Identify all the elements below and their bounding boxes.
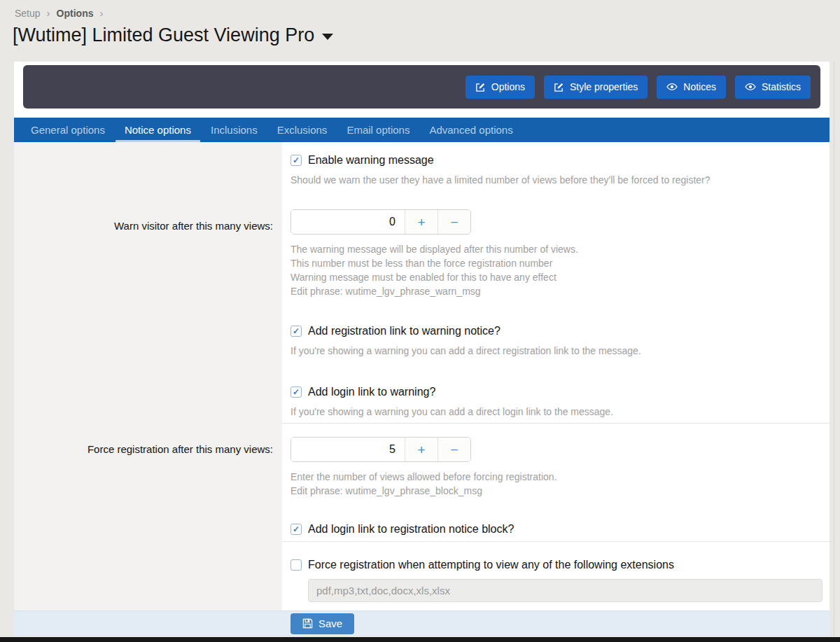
notices-button[interactable]: Notices xyxy=(657,76,726,99)
tab-exclusions[interactable]: Exclusions xyxy=(267,118,337,142)
add-login-link-label[interactable]: Add login link to warning? xyxy=(308,386,435,398)
row-content-cell: + − Enter the number of views allowed be… xyxy=(282,423,830,541)
force-views-increment-button[interactable]: + xyxy=(405,438,438,461)
check-icon: ✓ xyxy=(293,327,300,335)
title-dropdown-caret-icon[interactable] xyxy=(322,34,333,40)
add-login-block-field: ✓ Add login link to registration notice … xyxy=(290,523,816,536)
add-login-link-hint: If you're showing a warning you can add … xyxy=(290,405,816,419)
hint-line: Warning message must be enabled for this… xyxy=(290,270,816,284)
tab-label: General options xyxy=(31,124,105,136)
statistics-button-label: Statistics xyxy=(762,81,801,92)
options-button-label: Options xyxy=(491,81,525,92)
options-button[interactable]: Options xyxy=(465,76,535,99)
form-row-force-registration: Force registration after this many views… xyxy=(14,423,830,541)
style-properties-button-label: Style properties xyxy=(570,81,638,92)
enable-warning-field: ✓ Enable warning message xyxy=(290,154,816,167)
edit-icon xyxy=(554,82,564,92)
breadcrumb-setup[interactable]: Setup xyxy=(15,8,41,19)
extensions-input[interactable] xyxy=(308,579,822,602)
page-title-text: [Wutime] Limited Guest Viewing Pro xyxy=(13,25,314,46)
add-login-link-field: ✓ Add login link to warning? xyxy=(290,386,816,398)
add-registration-link-label[interactable]: Add registration link to warning notice? xyxy=(308,325,500,337)
force-views-decrement-button[interactable]: − xyxy=(438,438,470,461)
hint-line: This number must be less than the force … xyxy=(290,256,816,270)
force-views-input[interactable] xyxy=(291,438,405,461)
hint-line: Edit phrase: wutime_lgv_phrase_block_msg xyxy=(290,484,816,498)
breadcrumb: Setup › Options › xyxy=(15,7,103,19)
options-panel: Options Style properties Notices Statist… xyxy=(14,62,830,636)
tab-notice-options[interactable]: Notice options xyxy=(115,118,201,142)
add-registration-link-checkbox[interactable]: ✓ xyxy=(290,326,302,337)
check-icon: ✓ xyxy=(293,525,300,533)
warn-views-decrement-button[interactable]: − xyxy=(438,210,470,234)
add-login-link-checkbox[interactable]: ✓ xyxy=(290,386,302,398)
notice-options-form: Warn visitor after this many views: ✓ En… xyxy=(14,142,830,610)
warn-views-input[interactable] xyxy=(291,210,405,234)
row-label-cell: Force registration after this many views… xyxy=(14,423,282,541)
add-login-block-label[interactable]: Add login link to registration notice bl… xyxy=(308,523,514,536)
form-row-force-extensions: ✓ Force registration when attempting to … xyxy=(14,541,830,610)
tab-label: Advanced options xyxy=(429,124,512,136)
force-extensions-field: ✓ Force registration when attempting to … xyxy=(290,559,822,571)
style-properties-button[interactable]: Style properties xyxy=(544,76,648,99)
check-icon: ✓ xyxy=(293,156,300,165)
add-registration-link-field: ✓ Add registration link to warning notic… xyxy=(290,325,816,337)
warn-views-hints: The warning message will be displayed af… xyxy=(290,242,816,298)
tab-advanced-options[interactable]: Advanced options xyxy=(419,118,522,142)
warn-views-increment-button[interactable]: + xyxy=(405,210,438,234)
enable-warning-label[interactable]: Enable warning message xyxy=(308,154,434,167)
breadcrumb-options[interactable]: Options xyxy=(57,8,94,19)
save-button[interactable]: Save xyxy=(290,613,354,634)
save-icon xyxy=(302,618,313,629)
tab-label: Inclusions xyxy=(211,124,258,136)
force-extensions-label[interactable]: Force registration when attempting to vi… xyxy=(308,559,674,571)
edit-icon xyxy=(475,82,486,92)
force-views-hints: Enter the number of views allowed before… xyxy=(290,470,816,498)
hint-line: Edit phrase: wutime_lgv_phrase_warn_msg xyxy=(290,284,816,298)
tab-label: Email options xyxy=(346,124,410,136)
enable-warning-hint: Should we warn the user they have a limi… xyxy=(290,173,816,187)
scrollbar[interactable] xyxy=(834,62,834,636)
breadcrumb-separator-icon: › xyxy=(47,7,50,19)
tab-label: Exclusions xyxy=(277,124,328,136)
warn-views-stepper: + − xyxy=(290,209,471,235)
enable-warning-checkbox[interactable]: ✓ xyxy=(290,155,302,166)
breadcrumb-separator-icon: › xyxy=(99,7,103,19)
tab-general-options[interactable]: General options xyxy=(21,118,115,142)
page-title: [Wutime] Limited Guest Viewing Pro xyxy=(13,25,333,46)
eye-icon xyxy=(745,81,756,92)
force-views-stepper: + − xyxy=(290,437,471,462)
hint-line: Enter the number of views allowed before… xyxy=(290,470,816,484)
row-content-cell: ✓ Enable warning message Should we warn … xyxy=(282,142,830,423)
statistics-button[interactable]: Statistics xyxy=(735,76,811,99)
save-footer: Save xyxy=(14,610,830,636)
row-label-cell xyxy=(14,541,282,610)
tab-email-options[interactable]: Email options xyxy=(337,118,419,142)
force-views-label: Force registration after this many views… xyxy=(88,442,273,456)
bottom-edge-strip xyxy=(0,637,840,642)
add-registration-link-hint: If you're showing a warning you can add … xyxy=(290,344,816,358)
hint-line: The warning message will be displayed af… xyxy=(290,242,816,256)
options-tab-bar: General options Notice options Inclusion… xyxy=(14,118,830,142)
tab-inclusions[interactable]: Inclusions xyxy=(201,118,267,142)
row-label-cell: Warn visitor after this many views: xyxy=(14,142,282,423)
eye-icon xyxy=(666,81,678,92)
add-login-block-checkbox[interactable]: ✓ xyxy=(290,524,302,535)
tab-label: Notice options xyxy=(125,124,191,136)
action-toolbar: Options Style properties Notices Statist… xyxy=(23,65,820,109)
form-row-warn-views: Warn visitor after this many views: ✓ En… xyxy=(14,142,830,423)
warn-views-label: Warn visitor after this many views: xyxy=(114,219,273,233)
save-button-label: Save xyxy=(318,617,342,629)
force-extensions-checkbox[interactable]: ✓ xyxy=(290,559,302,571)
notices-button-label: Notices xyxy=(683,81,716,92)
row-content-cell: ✓ Force registration when attempting to … xyxy=(282,541,836,610)
check-icon: ✓ xyxy=(293,388,300,396)
